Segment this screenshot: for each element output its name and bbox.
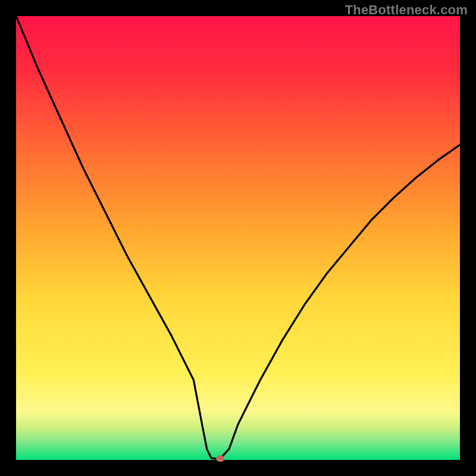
watermark-text: TheBottleneck.com [345,2,468,18]
optimum-marker [216,455,224,462]
plot-background [16,16,460,460]
bottleneck-chart [0,0,476,476]
chart-frame: TheBottleneck.com [0,0,476,476]
